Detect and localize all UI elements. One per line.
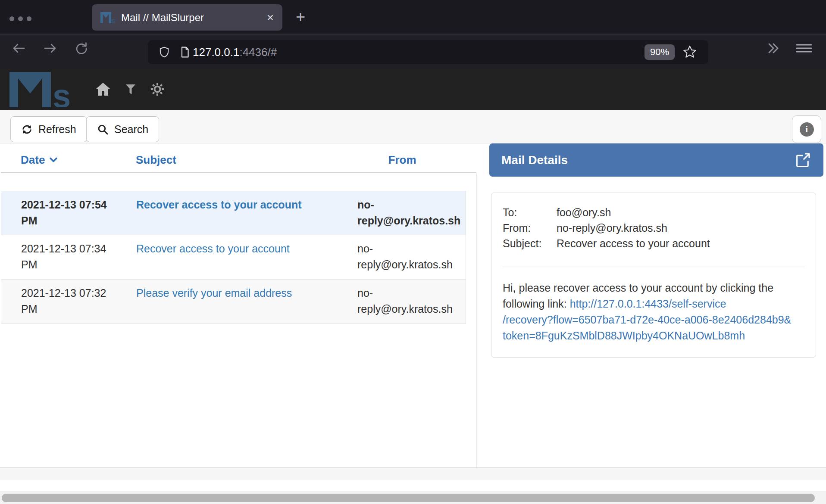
forward-icon[interactable] [42,40,58,56]
search-button[interactable]: Search [86,116,159,142]
zoom-level-badge[interactable]: 90% [645,44,675,60]
search-icon [97,124,109,135]
back-icon[interactable] [11,40,27,56]
mail-body: Hi, please recover access to your accoun… [503,280,804,344]
mailslurper-header: s [0,68,826,110]
action-toolbar: Refresh Search i [0,110,826,143]
mail-row-date: 2021-12-13 07:32 PM [21,285,119,317]
browser-toolbar: 127.0.0.1:4436/# 90% [0,34,826,68]
mail-row-subject-link[interactable]: Recover access to your account [136,197,339,213]
browser-tab[interactable]: s Mail // MailSlurper × [92,4,282,31]
refresh-label: Refresh [38,123,76,136]
subject-label: Subject: [503,236,557,251]
mail-details-header: Mail Details [489,143,823,177]
url-text: 127.0.0.1:4436/# [193,46,277,59]
browser-tab-bar: s Mail // MailSlurper × + [0,0,826,34]
tab-close-icon[interactable]: × [267,12,274,24]
mailslurper-logo: s [9,71,96,107]
menu-icon[interactable] [795,41,813,55]
window-dot[interactable] [18,16,23,21]
details-divider [503,267,804,267]
overflow-chevron-icon[interactable] [764,41,782,55]
filter-icon[interactable] [125,68,136,110]
mail-details-title: Mail Details [501,153,568,167]
bookmark-star-icon[interactable] [682,45,697,59]
footer-band [0,468,826,479]
mail-rows: 2021-12-13 07:54 PM Recover access to yo… [1,191,466,324]
to-label: To: [503,205,557,220]
url-path: :4436/# [239,46,277,59]
window-controls[interactable] [9,16,31,21]
settings-gear-icon[interactable] [150,68,165,110]
mail-row-date: 2021-12-13 07:54 PM [21,197,119,229]
to-value: foo@ory.sh [557,205,611,220]
column-header-from[interactable]: From [350,153,454,167]
url-host: 127.0.0.1 [193,46,239,59]
mail-row-subject-link[interactable]: Please verify your email address [136,285,339,301]
date-header-label: Date [21,153,45,167]
sort-descending-icon [49,157,58,163]
panel-divider [476,173,477,479]
home-button[interactable] [95,68,111,110]
mail-row-from: no-reply@ory.kratos.sh [357,197,464,229]
mailslurper-favicon-icon: s [100,12,115,24]
url-bar[interactable]: 127.0.0.1:4436/# 90% [148,40,708,64]
mail-row-from: no-reply@ory.kratos.sh [357,241,464,273]
list-header-divider [1,172,476,173]
shield-icon[interactable] [158,46,170,58]
column-header-subject[interactable]: Subject [136,153,176,167]
refresh-button[interactable]: Refresh [10,116,87,142]
window-dot[interactable] [27,16,31,21]
mail-list-row[interactable]: 2021-12-13 07:54 PM Recover access to yo… [1,191,466,235]
from-label: From: [503,220,557,236]
mail-row-from: no-reply@ory.kratos.sh [357,285,464,317]
mail-row-date: 2021-12-13 07:34 PM [21,241,119,273]
scrollbar-thumb[interactable] [2,494,815,502]
search-label: Search [114,123,148,136]
subject-value: Recover access to your account [557,236,710,251]
browser-window: s Mail // MailSlurper × + [0,0,826,504]
tab-title: Mail // MailSlurper [121,12,204,24]
svg-text:s: s [111,16,115,24]
refresh-icon [21,124,33,135]
page-info-icon[interactable] [179,46,191,58]
window-dot[interactable] [9,16,14,21]
from-value: no-reply@ory.kratos.sh [557,220,667,236]
svg-text:s: s [53,78,71,107]
mail-row-subject-link[interactable]: Recover access to your account [136,241,339,257]
mail-details-card: To: foo@ory.sh From: no-reply@ory.kratos… [491,193,816,358]
info-icon: i [800,122,814,137]
mail-list-row[interactable]: 2021-12-13 07:32 PM Please verify your e… [1,280,466,324]
info-button[interactable]: i [792,115,821,143]
external-link-icon[interactable] [794,152,811,169]
horizontal-scrollbar[interactable] [0,492,826,504]
new-tab-button[interactable]: + [296,8,305,26]
reload-icon[interactable] [73,40,89,56]
column-header-date[interactable]: Date [21,153,58,167]
mail-list-row[interactable]: 2021-12-13 07:34 PM Recover access to yo… [1,235,466,280]
